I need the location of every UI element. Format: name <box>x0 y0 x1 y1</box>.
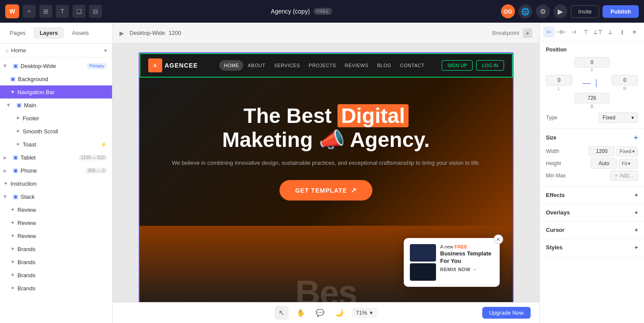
height-input[interactable]: Auto <box>591 158 617 169</box>
expand-arrow[interactable]: ▶ <box>3 168 7 173</box>
nav-link-reviews[interactable]: REVIEWS <box>341 60 373 71</box>
signup-button[interactable]: SIGN UP <box>442 60 473 71</box>
app-logo[interactable]: W <box>5 4 19 18</box>
position-bottom-input[interactable]: 726 <box>575 93 610 103</box>
settings-icon[interactable]: ⚙ <box>536 4 550 18</box>
hand-tool[interactable]: ✋ <box>294 306 308 320</box>
dark-mode-tool[interactable]: 🌙 <box>332 306 346 320</box>
effects-add-icon[interactable]: + <box>634 192 638 198</box>
nav-link-projects[interactable]: PROJECTS <box>304 60 341 71</box>
play-icon[interactable]: ▶ <box>553 4 567 18</box>
nav-links: HOME ABOUT SERVICES PROJECTS REVIEWS BLO… <box>207 60 442 71</box>
layer-brands-2[interactable]: ✦ Brands <box>0 255 112 269</box>
layer-label: Desktop-Wide <box>20 63 85 69</box>
frame-icon: ▣ <box>10 76 15 82</box>
text-icon[interactable]: T <box>56 5 69 18</box>
nav-link-blog[interactable]: BLOG <box>373 60 396 71</box>
overlays-add-icon[interactable]: + <box>634 209 638 216</box>
layer-brands-4[interactable]: ✦ Brands <box>0 282 112 295</box>
popup-close-button[interactable]: ✕ <box>494 235 503 244</box>
align-top-button[interactable]: ⊤ <box>580 26 591 37</box>
expand-arrow[interactable]: ▶ <box>7 103 11 107</box>
width-type-button[interactable]: Fixed ▾ <box>617 146 638 156</box>
expand-arrow[interactable]: ▶ <box>3 64 8 68</box>
upgrade-button[interactable]: Upgrade Now <box>482 307 531 319</box>
nav-link-services[interactable]: SERVICES <box>270 60 304 71</box>
project-title: Agency (copy) <box>271 8 310 15</box>
overlays-label: Overlays <box>546 209 570 216</box>
cursor-title[interactable]: Cursor + <box>546 227 638 233</box>
cursor-add-icon[interactable]: + <box>634 227 638 233</box>
nav-link-about[interactable]: ABOUT <box>243 60 269 71</box>
zoom-level: 71% <box>356 309 367 316</box>
align-center-h-button[interactable]: ⊣⊢ <box>555 26 567 37</box>
align-left-button[interactable]: ⊢ <box>543 26 555 37</box>
layer-footer[interactable]: ✦ Footer <box>0 112 112 125</box>
layer-tablet[interactable]: ▶ ▣ Tablet 1199 — 810 <box>0 151 112 164</box>
popup-title: Business Template For You <box>440 250 494 265</box>
layer-review-3[interactable]: ✦ Review <box>0 229 112 242</box>
user-avatar[interactable]: OG <box>501 4 515 18</box>
position-left-input[interactable]: 0 <box>546 75 572 85</box>
select-tool[interactable]: ↖ <box>275 306 289 320</box>
more-icon[interactable]: ⊟ <box>89 5 102 18</box>
layer-main[interactable]: ▶ ▣ Main <box>0 99 112 112</box>
chevron-down-icon[interactable]: ▾ <box>104 48 107 54</box>
play-preview-icon[interactable]: ▶ <box>119 30 124 37</box>
add-icon[interactable]: ＋ <box>23 5 36 18</box>
layer-review-1[interactable]: ✦ Review <box>0 203 112 216</box>
hero-cta-button[interactable]: GET TEMPLATE ↗ <box>279 180 372 201</box>
add-breakpoint-button[interactable]: + <box>523 28 532 38</box>
top-bar-right: OG 🌐 ⚙ ▶ Invite Publish <box>501 4 639 18</box>
distribute-h-button[interactable]: ⫿ <box>617 26 628 37</box>
layer-instruction[interactable]: ✦ Instruction <box>0 177 112 190</box>
expand-arrow[interactable]: ▶ <box>3 195 8 198</box>
distribute-v-button[interactable]: ≡ <box>629 26 640 37</box>
height-type-button[interactable]: Fit ▾ <box>619 159 638 169</box>
styles-add-icon[interactable]: + <box>634 244 638 251</box>
layer-review-2[interactable]: ✦ Review <box>0 216 112 229</box>
height-row: Height Auto Fit ▾ <box>546 158 638 169</box>
minmax-add-button[interactable]: + Add... <box>610 170 638 181</box>
type-select[interactable]: Fixed ▾ <box>599 112 638 123</box>
layer-stack[interactable]: ▶ ▣ Stack <box>0 190 112 203</box>
nav-link-contact[interactable]: CONTACT <box>396 60 429 71</box>
center-v-icon[interactable]: — <box>592 79 601 87</box>
position-right-input[interactable]: 0 <box>612 75 638 85</box>
tab-layers[interactable]: Layers <box>34 27 64 39</box>
layer-background[interactable]: ▣ Background <box>0 72 112 85</box>
layer-brands-1[interactable]: ✦ Brands <box>0 242 112 255</box>
add-size-icon[interactable]: + <box>634 134 638 142</box>
tab-assets[interactable]: Assets <box>66 27 95 39</box>
align-bottom-button[interactable]: ⊥ <box>604 26 616 37</box>
layer-brands-3[interactable]: ✦ Brands <box>0 269 112 282</box>
width-input[interactable]: 1200 <box>589 146 615 156</box>
login-button[interactable]: LOG IN <box>476 60 504 71</box>
layer-desktop-wide[interactable]: ▶ ▣ Desktop-Wide Primary <box>0 59 112 72</box>
expand-arrow[interactable]: ▶ <box>3 155 7 160</box>
layer-phone[interactable]: ▶ ▣ Phone 809 — 0 <box>0 164 112 177</box>
globe-icon[interactable]: 🌐 <box>518 4 532 18</box>
layer-toast[interactable]: ✦ Toast ⚡ <box>0 138 112 151</box>
overlays-title[interactable]: Overlays + <box>546 209 638 216</box>
position-top-input[interactable]: 0 <box>575 57 610 68</box>
zoom-control[interactable]: 71% ▾ <box>351 308 377 318</box>
component-icon[interactable]: ❑ <box>72 5 85 18</box>
align-right-button[interactable]: ⊣ <box>568 26 579 37</box>
styles-title[interactable]: Styles + <box>546 244 638 251</box>
tab-pages[interactable]: Pages <box>3 27 32 39</box>
comment-tool[interactable]: 💬 <box>313 306 327 320</box>
layer-navigation-bar[interactable]: ✦ Navigation Bar <box>0 85 112 99</box>
invite-button[interactable]: Invite <box>571 5 599 18</box>
height-value: Auto <box>599 160 610 167</box>
grid-icon[interactable]: ⊞ <box>39 5 52 18</box>
layer-smooth-scroll[interactable]: ✦ Smooth Scroll <box>0 125 112 138</box>
align-center-v-button[interactable]: ⊥⊤ <box>592 26 603 37</box>
effects-title[interactable]: Effects + <box>546 192 638 198</box>
publish-button[interactable]: Publish <box>603 5 639 18</box>
nav-link-home[interactable]: HOME <box>219 60 243 71</box>
center-h-icon[interactable]: — <box>583 78 590 88</box>
popup-link[interactable]: REMIX NOW → <box>440 267 494 272</box>
width-row: Width 1200 Fixed ▾ <box>546 146 638 156</box>
component-icon: ✦ <box>10 220 15 226</box>
